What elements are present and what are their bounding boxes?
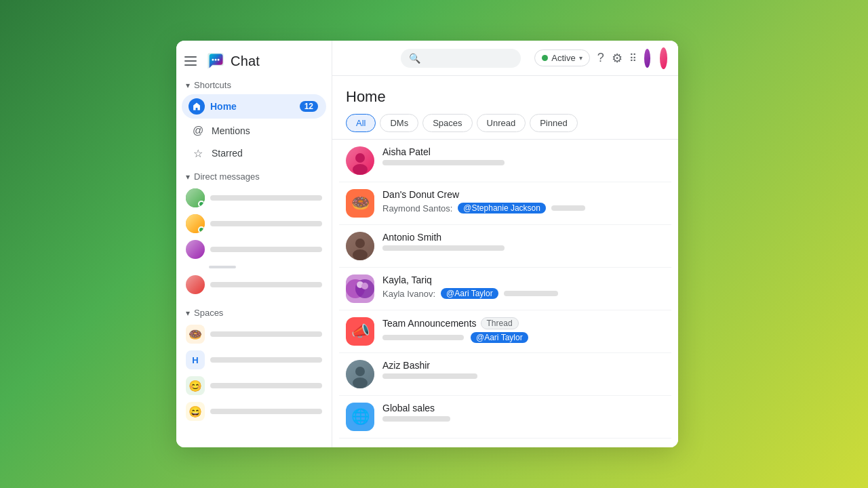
preview-bar-aisha	[382, 160, 505, 165]
chat-item-aisha[interactable]: Aisha Patel	[339, 140, 671, 182]
chat-item-kayla[interactable]: Kayla, Tariq Kayla Ivanov: @Aari Taylor	[339, 268, 671, 310]
space-row-4[interactable]: 😄	[182, 399, 326, 424]
app-container: Chat ▾ Shortcuts Home 12 @ Men	[176, 41, 678, 447]
tab-spaces[interactable]: Spaces	[422, 114, 472, 132]
starred-label: Starred	[212, 148, 243, 159]
space-row-3[interactable]: 😊	[182, 373, 326, 398]
status-pill[interactable]: Active ▾	[534, 49, 589, 66]
space-icon-2: H	[186, 350, 205, 369]
sidebar-header: Chat	[176, 41, 332, 77]
avatar-aisha	[346, 146, 374, 175]
chat-info-team: Team Announcements Thread @Aari Taylor	[382, 317, 665, 343]
chat-item-dan[interactable]: 🍩 Dan's Donut Crew Raymond Santos: @Step…	[339, 182, 671, 225]
app-title: Chat	[231, 54, 260, 69]
shortcuts-label: Shortcuts	[194, 80, 231, 90]
thread-chip: Thread	[481, 317, 519, 329]
dm-label-1	[210, 195, 322, 201]
dm-chevron-icon: ▾	[186, 172, 190, 182]
space-row-2[interactable]: H	[182, 348, 326, 372]
sidebar-item-mentions[interactable]: @ Mentions	[182, 120, 326, 142]
direct-messages-header[interactable]: ▾ Direct messages	[176, 165, 332, 184]
svg-point-1	[212, 59, 214, 61]
tab-dms[interactable]: DMs	[380, 114, 418, 132]
aisha-avatar-img	[346, 146, 374, 175]
help-button[interactable]: ?	[597, 46, 605, 70]
svg-point-15	[355, 367, 365, 376]
preview-bar-global	[382, 416, 450, 422]
chat-logo-wrap	[206, 52, 225, 70]
chat-preview-global	[382, 416, 665, 422]
main-body: Home All DMs Spaces Unread Pinned	[332, 76, 678, 447]
preview-prefix-dan: Raymond Santos:	[382, 203, 452, 214]
space-icon-1: 🍩	[186, 325, 205, 344]
chevron-down-icon: ▾	[186, 81, 190, 90]
chat-info-global: Global sales	[382, 403, 665, 422]
chat-item-team[interactable]: 📣 Team Announcements Thread @Aari Taylor	[339, 310, 671, 353]
svg-point-3	[218, 59, 220, 61]
svg-point-2	[215, 59, 217, 61]
mention-stephanie: @Stephanie Jackson	[458, 203, 546, 214]
chat-info-kayla: Kayla, Tariq Kayla Ivanov: @Aari Taylor	[382, 274, 665, 299]
main-header: Home All DMs Spaces Unread Pinned	[332, 76, 678, 140]
dm-label-4	[210, 282, 322, 287]
tab-all[interactable]: All	[346, 114, 376, 132]
search-icon: 🔍	[409, 53, 420, 64]
chat-info-aziz: Aziz Bashir	[382, 360, 665, 379]
avatar-kayla	[346, 274, 374, 303]
filter-tabs: All DMs Spaces Unread Pinned	[346, 114, 665, 132]
grid-button[interactable]: ⠿	[629, 46, 637, 70]
chat-info-aisha: Aisha Patel	[382, 146, 665, 165]
team-name-text: Team Announcements	[382, 318, 477, 329]
topbar: 🔍 Active ▾ ? ⚙ ⠿	[332, 41, 678, 76]
avatar-aziz	[346, 360, 374, 388]
avatar-global: 🌐	[346, 403, 374, 431]
tab-pinned[interactable]: Pinned	[530, 114, 577, 132]
tab-unread[interactable]: Unread	[477, 114, 526, 132]
svg-point-8	[355, 239, 365, 248]
space-label-3	[210, 383, 322, 388]
sidebar-content: ▾ Shortcuts Home 12 @ Mentions ☆	[176, 77, 332, 447]
preview-bar-antonio	[382, 245, 505, 251]
page-title: Home	[346, 88, 665, 106]
search-bar[interactable]: 🔍	[401, 49, 521, 68]
svg-point-6	[353, 164, 368, 175]
spaces-header[interactable]: ▾ Spaces	[176, 301, 332, 321]
dm-row-1[interactable]	[182, 186, 326, 210]
settings-icon: ⚙	[612, 51, 623, 66]
dm-avatar-4	[186, 275, 205, 294]
chat-preview-aisha	[382, 160, 665, 165]
spaces-label: Spaces	[194, 308, 223, 318]
dm-row-4[interactable]	[182, 272, 326, 297]
dm-label-3	[210, 247, 322, 252]
grid-icon: ⠿	[629, 52, 637, 64]
sidebar-item-home[interactable]: Home 12	[182, 94, 326, 119]
dm-row-2[interactable]	[182, 211, 326, 236]
aziz-avatar-img	[346, 360, 374, 388]
chat-name-antonio: Antonio Smith	[382, 232, 665, 243]
space-label-1	[210, 331, 322, 337]
avatar-small	[644, 49, 650, 68]
hamburger-icon[interactable]	[184, 53, 201, 69]
space-row-1[interactable]: 🍩	[182, 322, 326, 346]
svg-point-9	[353, 249, 368, 260]
dm-avatar-1	[186, 188, 205, 207]
chat-item-global[interactable]: 🌐 Global sales	[339, 396, 671, 439]
home-svg	[192, 102, 201, 111]
mentions-label: Mentions	[212, 125, 250, 136]
kayla-avatar-img	[346, 274, 374, 303]
shortcuts-section[interactable]: ▾ Shortcuts	[176, 77, 332, 93]
preview-prefix-kayla: Kayla Ivanov:	[382, 289, 435, 299]
search-input[interactable]	[425, 53, 513, 64]
dm-avatar-2	[186, 214, 205, 233]
chat-preview-team: @Aari Taylor	[382, 332, 665, 343]
chat-item-antonio[interactable]: Antonio Smith	[339, 225, 671, 268]
dm-row-3[interactable]	[182, 237, 326, 262]
home-icon	[189, 98, 205, 115]
sidebar: Chat ▾ Shortcuts Home 12 @ Men	[176, 41, 332, 447]
sidebar-item-starred[interactable]: ☆ Starred	[182, 142, 326, 164]
chat-item-aziz[interactable]: Aziz Bashir	[339, 353, 671, 396]
dm-list	[176, 184, 332, 298]
settings-button[interactable]: ⚙	[612, 46, 623, 70]
dm-avatar-3	[186, 240, 205, 259]
user-avatar[interactable]	[660, 47, 667, 69]
